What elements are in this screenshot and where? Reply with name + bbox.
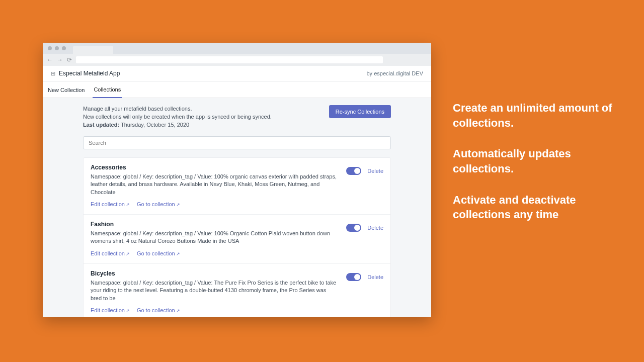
intro-line: New collections will only be created whe…	[83, 113, 323, 121]
collection-row: Delete Bicycles Namespace: global / Key:…	[84, 264, 390, 317]
traffic-dot	[62, 46, 66, 50]
url-input[interactable]	[76, 56, 383, 63]
reload-icon[interactable]: ⟳	[67, 57, 72, 63]
delete-link[interactable]: Delete	[367, 274, 383, 280]
collection-row: Delete Fashion Namespace: global / Key: …	[84, 215, 390, 264]
page-intro: Manage all your metafield based collecti…	[83, 105, 391, 129]
edit-collection-link[interactable]: Edit collection↗	[91, 307, 130, 313]
traffic-dot	[55, 46, 59, 50]
edit-collection-link[interactable]: Edit collection↗	[91, 250, 130, 256]
byline: by especial.digital DEV	[366, 70, 423, 76]
delete-link[interactable]: Delete	[367, 225, 383, 231]
tab-new-collection[interactable]: New Collection	[47, 82, 86, 98]
app-logo-icon: ⊞	[51, 70, 55, 77]
collection-list: Delete Accessories Namespace: global / K…	[83, 157, 391, 317]
collection-meta: Namespace: global / Key: description_tag…	[91, 173, 337, 196]
resync-button[interactable]: Re-sync Collections	[329, 105, 391, 118]
external-icon: ↗	[126, 251, 130, 256]
external-icon: ↗	[126, 202, 130, 207]
forward-icon[interactable]: →	[57, 57, 63, 63]
back-icon[interactable]: ←	[47, 57, 53, 63]
delete-link[interactable]: Delete	[367, 168, 383, 174]
promo-line: Create an unlimited amount of collection…	[453, 101, 614, 130]
goto-collection-link[interactable]: Go to collection↗	[137, 250, 180, 256]
external-icon: ↗	[126, 308, 130, 313]
marketing-copy: Create an unlimited amount of collection…	[453, 101, 614, 238]
goto-collection-link[interactable]: Go to collection↗	[137, 201, 180, 207]
collection-title: Fashion	[91, 221, 383, 228]
app-title: Especial Metafield App	[59, 70, 120, 77]
collection-meta: Namespace: global / Key: description_tag…	[91, 279, 337, 302]
app-header: ⊞ Especial Metafield App by especial.dig…	[43, 66, 431, 81]
external-icon: ↗	[176, 308, 180, 313]
collection-title: Accessories	[91, 164, 383, 171]
promo-line: Automatically updates collections.	[453, 146, 614, 176]
external-icon: ↗	[176, 251, 180, 256]
tab-collections[interactable]: Collections	[93, 81, 122, 98]
last-updated-label: Last updated:	[83, 122, 119, 128]
intro-line: Manage all your metafield based collecti…	[83, 105, 323, 113]
external-icon: ↗	[176, 202, 180, 207]
traffic-dot	[48, 46, 52, 50]
collection-title: Bicycles	[91, 270, 383, 277]
promo-line: Activate and deactivate collections any …	[453, 193, 614, 222]
collection-meta: Namespace: global / Key: description_tag…	[91, 230, 337, 245]
tab-bar: New Collection Collections	[43, 81, 431, 98]
main-content: Manage all your metafield based collecti…	[43, 98, 431, 317]
collection-row: Delete Accessories Namespace: global / K…	[84, 158, 390, 215]
window-titlebar	[43, 43, 431, 54]
search-input[interactable]	[83, 136, 391, 149]
edit-collection-link[interactable]: Edit collection↗	[91, 201, 130, 207]
active-toggle[interactable]	[346, 224, 361, 232]
browser-addressbar: ← → ⟳	[43, 54, 431, 66]
active-toggle[interactable]	[346, 167, 361, 175]
goto-collection-link[interactable]: Go to collection↗	[137, 307, 180, 313]
last-updated-value: Thursday, October 15, 2020	[121, 122, 189, 128]
active-toggle[interactable]	[346, 273, 361, 281]
browser-window: ← → ⟳ ⊞ Especial Metafield App by especi…	[43, 43, 431, 317]
browser-tab[interactable]	[73, 46, 113, 54]
